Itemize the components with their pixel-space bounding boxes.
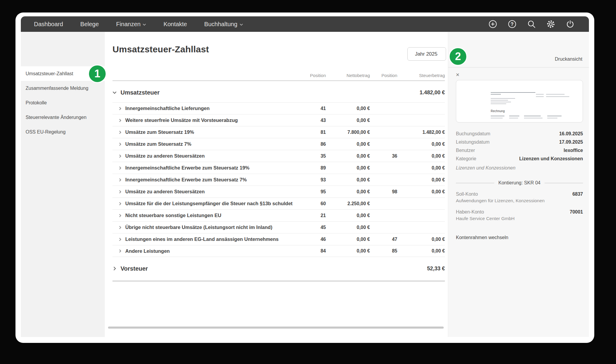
- preview-text-line: [524, 118, 542, 118]
- kontierung-divider: Kontierung: SKR 04: [456, 180, 583, 186]
- table-row[interactable]: Umsätze zum Steuersatz 7%860,00 €0,00 €: [112, 138, 445, 150]
- divider-line: [545, 183, 583, 183]
- nav-item-label: Buchhaltung: [204, 21, 237, 28]
- accounts-list: Soll-Konto6837Aufwendungen für Lizenzen,…: [456, 192, 583, 221]
- row-label-wrap: Umsätze zu anderen Steuersätzen: [112, 189, 299, 194]
- table-row[interactable]: Innergemeinschaftliche Erwerbe zum Steue…: [112, 174, 445, 186]
- help-icon[interactable]: ?: [508, 20, 517, 29]
- row-label-wrap: Umsätze zu anderen Steuersätzen: [112, 153, 299, 159]
- row-pos2: 47: [370, 237, 397, 242]
- chevron-right-icon: [112, 266, 117, 271]
- preview-text-line: [546, 94, 565, 95]
- nav-item-belege[interactable]: Belege: [80, 21, 99, 28]
- chevron-right-icon: [119, 154, 121, 158]
- preview-text-line: [491, 116, 504, 116]
- row-netto: 0,00 €: [326, 153, 370, 159]
- row-pos1: 93: [299, 177, 326, 183]
- table-row[interactable]: Umsätze zu anderen Steuersätzen950,00 €9…: [112, 186, 445, 197]
- row-label: Nicht steuerbare sonstige Leistungen EU: [125, 213, 221, 218]
- sidebar-item-steuerrelevante-nderungen[interactable]: Steuerrelevante Änderungen: [21, 110, 105, 125]
- account-soll-konto: Soll-Konto6837Aufwendungen für Lizenzen,…: [456, 192, 583, 203]
- row-netto: 0,00 €: [326, 165, 370, 171]
- table-row[interactable]: Innergemeinschaftliche Lieferungen410,00…: [112, 102, 445, 114]
- chevron-right-icon: [119, 178, 121, 182]
- sidebar-item-zusammenfassende-meldung[interactable]: Zusammenfassende Meldung: [21, 81, 105, 95]
- receipt-preview[interactable]: Rechnung: [456, 80, 583, 123]
- section-row-vorsteuer[interactable]: Vorsteuer52,33 €: [112, 261, 445, 276]
- section-label-wrap: Umsatzsteuer: [112, 89, 299, 96]
- chevron-right-icon: [119, 202, 121, 205]
- nav-icons: ?: [488, 20, 589, 29]
- account-row: Soll-Konto6837: [456, 192, 583, 197]
- nav-item-finanzen[interactable]: Finanzen: [116, 21, 146, 28]
- table-row[interactable]: Leistungen eines im anderen EG-Land ansä…: [112, 233, 445, 245]
- vat-table: Position Nettobetrag Position Steuerbetr…: [112, 70, 445, 281]
- horizontal-scrollbar[interactable]: [108, 327, 444, 329]
- search-icon[interactable]: [527, 20, 536, 29]
- table-row[interactable]: Weitere steuerfreie Umsätze mit Vorsteue…: [112, 114, 445, 126]
- row-steuer: 0,00 €: [397, 237, 445, 242]
- sidebar-item-protokolle[interactable]: Protokolle: [21, 95, 105, 110]
- section-total: 52,33 €: [397, 266, 445, 272]
- sidebar-item-oss-eu-regelung[interactable]: OSS EU-Regelung: [21, 125, 105, 139]
- print-view-link[interactable]: Druckansicht: [555, 57, 582, 62]
- row-pos1: 21: [299, 213, 326, 218]
- col-header-position-2: Position: [370, 73, 397, 78]
- row-label-wrap: Umsätze zum Steuersatz 19%: [112, 129, 299, 135]
- row-label: Übrige nicht steuerbare Umsätze (Leistun…: [125, 225, 272, 230]
- divider-line: [456, 183, 494, 183]
- row-netto: 2.250,00 €: [326, 201, 370, 206]
- row-netto: 0,00 €: [326, 142, 370, 147]
- row-pos1: 81: [299, 130, 326, 135]
- chevron-right-icon: [119, 226, 121, 229]
- table-row[interactable]: Umsätze zum Steuersatz 19%817.800,00 €1.…: [112, 126, 445, 138]
- preview-text-line: [547, 116, 562, 116]
- add-icon[interactable]: [488, 20, 497, 29]
- row-netto: 0,00 €: [326, 177, 370, 183]
- nav-item-label: Kontakte: [163, 21, 187, 28]
- logout-icon[interactable]: [566, 20, 575, 29]
- nav-item-kontakte[interactable]: Kontakte: [163, 21, 187, 28]
- chevron-right-icon: [119, 142, 121, 146]
- table-row[interactable]: Innergemeinschaftliche Erwerbe zum Steue…: [112, 162, 445, 174]
- col-header-steuerbetrag: Steuerbetrag: [397, 73, 445, 78]
- sidebar-item-label: OSS EU-Regelung: [26, 129, 65, 135]
- section-row-umsatzsteuer[interactable]: Umsatzsteuer1.482,00 €: [112, 85, 445, 100]
- row-pos1: 41: [299, 106, 326, 111]
- switch-chart-of-accounts-link[interactable]: Kontenrahmen wechseln: [456, 235, 583, 240]
- preview-text-line: [491, 92, 535, 93]
- row-label: Umsätze für die der Leistungsempfänger d…: [125, 201, 293, 206]
- preview-text-line: [491, 102, 511, 102]
- table-row[interactable]: Nicht steuerbare sonstige Leistungen EU2…: [112, 209, 445, 221]
- chevron-right-icon: [119, 214, 121, 217]
- year-selector[interactable]: Jahr 2025: [407, 47, 446, 61]
- page-title: Umsatzsteuer-Zahllast: [112, 44, 209, 54]
- chevron-right-icon: [119, 166, 121, 170]
- section-total: 1.482,00 €: [397, 90, 445, 96]
- preview-text-line: [546, 96, 569, 97]
- row-label: Innergemeinschaftliche Erwerbe zum Steue…: [125, 165, 249, 171]
- row-netto: 0,00 €: [326, 189, 370, 194]
- row-label-wrap: Übrige nicht steuerbare Umsätze (Leistun…: [112, 225, 299, 230]
- nav-item-label: Finanzen: [116, 21, 140, 28]
- field-value: 17.09.2025: [559, 139, 583, 145]
- table-row[interactable]: Andere Leistungen840,00 €850,00 €: [112, 245, 445, 257]
- field-row-benutzer: Benutzerlexoffice: [456, 146, 583, 155]
- table-bottom-rule: [112, 281, 445, 281]
- table-row[interactable]: Übrige nicht steuerbare Umsätze (Leistun…: [112, 221, 445, 233]
- table-header-row: Position Nettobetrag Position Steuerbetr…: [112, 70, 445, 81]
- chevron-right-icon: [119, 190, 121, 194]
- table-row[interactable]: Umsätze zu anderen Steuersätzen350,00 €3…: [112, 150, 445, 162]
- category-note: Lizenzen und Konzessionen: [456, 165, 583, 171]
- nav-item-buchhaltung[interactable]: Buchhaltung: [204, 21, 243, 28]
- row-steuer: 0,00 €: [397, 142, 445, 147]
- nav-item-dashboard[interactable]: Dashboard: [34, 21, 63, 28]
- row-label-wrap: Umsätze für die der Leistungsempfänger d…: [112, 201, 299, 206]
- settings-icon[interactable]: [546, 20, 555, 29]
- table-row[interactable]: Umsätze für die der Leistungsempfänger d…: [112, 197, 445, 209]
- row-pos1: 95: [299, 189, 326, 194]
- close-icon[interactable]: ×: [456, 72, 461, 78]
- row-label-wrap: Andere Leistungen: [112, 248, 299, 254]
- preview-text-line: [536, 94, 544, 95]
- row-label-wrap: Leistungen eines im anderen EG-Land ansä…: [112, 236, 299, 242]
